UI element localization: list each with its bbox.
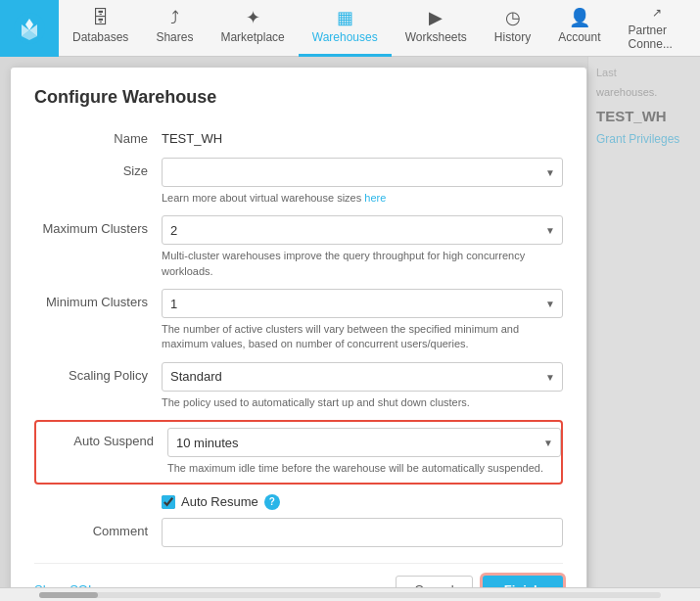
auto-resume-checkbox[interactable]	[162, 495, 175, 509]
scaling-policy-control-wrap: Standard Economy The policy used to auto…	[162, 362, 563, 410]
nav-label-shares: Shares	[156, 30, 193, 44]
scaling-policy-hint: The policy used to automatically start u…	[162, 395, 563, 410]
auto-suspend-hint: The maximum idle time before the warehou…	[167, 461, 561, 476]
main-content: Last warehouses. TEST_WH Grant Privilege…	[0, 57, 700, 601]
size-select-wrapper[interactable]: Small (2 credits / hour) X-Small (1 cred…	[162, 158, 563, 187]
min-clusters-row: Minimum Clusters 1 2 3 The number of act…	[34, 289, 563, 352]
comment-input[interactable]	[162, 518, 563, 547]
max-clusters-select[interactable]: 2 1 3 4	[162, 215, 563, 245]
max-clusters-label: Maximum Clusters	[34, 215, 162, 238]
scaling-policy-select-wrapper[interactable]: Standard Economy	[162, 362, 563, 392]
top-nav: 🗄 Databases ⤴ Shares ✦ Marketplace ▦ War…	[0, 0, 700, 57]
warehouses-icon: ▦	[337, 9, 353, 26]
auto-suspend-label: Auto Suspend	[40, 428, 167, 450]
min-clusters-select[interactable]: 1 2 3	[162, 289, 563, 318]
nav-partner[interactable]: ↗ Partner Conne...	[615, 0, 700, 57]
name-value-wrap: TEST_WH	[162, 125, 563, 146]
nav-item-account[interactable]: 👤 Account	[544, 0, 614, 57]
auto-suspend-select[interactable]: 10 minutes 5 minutes 15 minutes 30 minut…	[167, 428, 561, 457]
nav-label-account: Account	[558, 30, 600, 44]
scrollbar-thumb[interactable]	[39, 592, 98, 598]
nav-item-databases[interactable]: 🗄 Databases	[59, 0, 142, 57]
auto-suspend-row: Auto Suspend 10 minutes 5 minutes 15 min…	[34, 420, 563, 484]
marketplace-icon: ✦	[246, 9, 260, 26]
min-clusters-control-wrap: 1 2 3 The number of active clusters will…	[162, 289, 563, 352]
nav-label-history: History	[494, 30, 531, 44]
scaling-policy-select[interactable]: Standard Economy	[162, 362, 563, 392]
nav-item-warehouses[interactable]: ▦ Warehouses	[299, 0, 392, 57]
max-clusters-row: Maximum Clusters 2 1 3 4 Multi-cluster w…	[34, 215, 563, 279]
nav-item-worksheets[interactable]: ▶ Worksheets	[392, 0, 481, 57]
modal-overlay: Configure Warehouse Name TEST_WH Size Sm…	[0, 57, 700, 601]
auto-suspend-control-wrap: 10 minutes 5 minutes 15 minutes 30 minut…	[167, 428, 561, 476]
nav-label-worksheets: Worksheets	[405, 30, 467, 44]
auto-resume-help-icon[interactable]: ?	[264, 494, 280, 510]
size-label: Size	[34, 158, 162, 180]
min-clusters-label: Minimum Clusters	[34, 289, 162, 311]
configure-warehouse-modal: Configure Warehouse Name TEST_WH Size Sm…	[10, 67, 587, 601]
min-clusters-hint: The number of active clusters will vary …	[162, 322, 563, 352]
size-hint-link[interactable]: here	[364, 192, 386, 204]
auto-suspend-select-wrapper[interactable]: 10 minutes 5 minutes 15 minutes 30 minut…	[167, 428, 561, 457]
scaling-policy-row: Scaling Policy Standard Economy The poli…	[34, 362, 563, 410]
comment-control-wrap	[162, 518, 563, 547]
partner-label: Partner Conne...	[629, 23, 686, 51]
size-control-wrap: Small (2 credits / hour) X-Small (1 cred…	[162, 158, 563, 206]
scaling-policy-label: Scaling Policy	[34, 362, 162, 385]
max-clusters-select-wrapper[interactable]: 2 1 3 4	[162, 215, 563, 245]
nav-label-marketplace: Marketplace	[220, 30, 284, 44]
name-label: Name	[34, 125, 162, 148]
size-hint: Learn more about virtual warehouse sizes…	[162, 191, 563, 206]
shares-icon: ⤴	[170, 9, 179, 26]
worksheets-icon: ▶	[429, 9, 443, 26]
nav-item-history[interactable]: ◷ History	[481, 0, 544, 57]
size-row: Size Small (2 credits / hour) X-Small (1…	[34, 158, 563, 206]
min-clusters-select-wrapper[interactable]: 1 2 3	[162, 289, 563, 318]
databases-icon: 🗄	[92, 9, 110, 26]
partner-icon: ↗	[652, 6, 662, 20]
modal-title: Configure Warehouse	[34, 87, 563, 108]
nav-items: 🗄 Databases ⤴ Shares ✦ Marketplace ▦ War…	[59, 0, 615, 57]
auto-resume-row: Auto Resume ?	[162, 494, 563, 510]
size-select[interactable]: Small (2 credits / hour) X-Small (1 cred…	[162, 158, 563, 187]
nav-item-shares[interactable]: ⤴ Shares	[142, 0, 207, 57]
nav-item-marketplace[interactable]: ✦ Marketplace	[207, 0, 298, 57]
logo[interactable]	[0, 0, 59, 57]
account-icon: 👤	[569, 9, 590, 26]
name-row: Name TEST_WH	[34, 125, 563, 148]
scrollbar-track[interactable]	[39, 592, 661, 598]
history-icon: ◷	[505, 9, 521, 26]
name-value: TEST_WH	[162, 125, 563, 146]
max-clusters-hint: Multi-cluster warehouses improve the que…	[162, 249, 563, 279]
comment-label: Comment	[34, 518, 162, 540]
auto-resume-label[interactable]: Auto Resume	[181, 494, 258, 509]
max-clusters-control-wrap: 2 1 3 4 Multi-cluster warehouses improve…	[162, 215, 563, 279]
comment-row: Comment	[34, 518, 563, 547]
nav-label-warehouses: Warehouses	[312, 30, 378, 44]
scrollbar-area	[0, 587, 700, 601]
nav-label-databases: Databases	[72, 30, 128, 44]
